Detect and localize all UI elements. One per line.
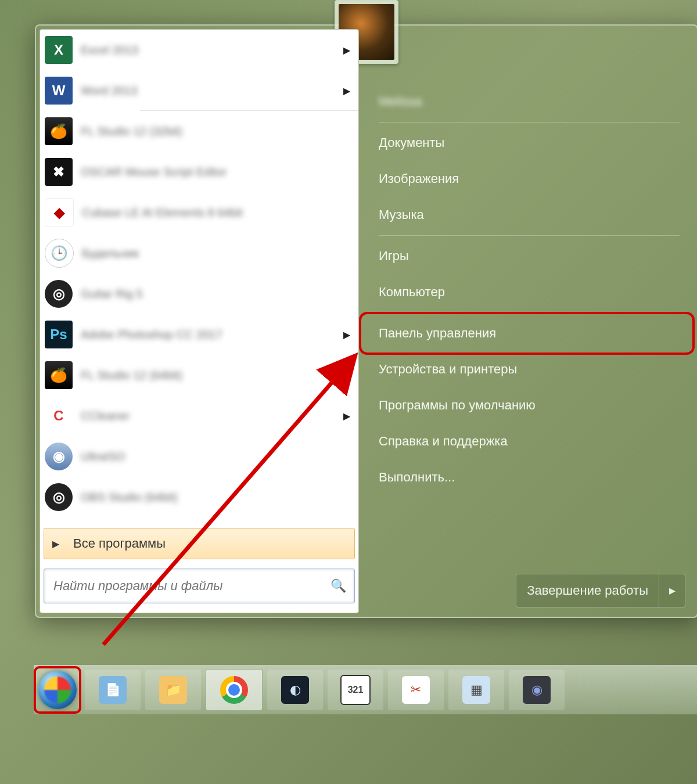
right-panel-item[interactable]: Музыка [367, 197, 691, 233]
taskbar-discord-button[interactable]: ◉ [509, 670, 565, 710]
ps-icon: Ps [45, 321, 73, 348]
recent-programs-list: XExcel 2013▶WWord 2013▶🍊FL Studio 12 (32… [40, 30, 358, 521]
program-label: Будильник [82, 247, 354, 260]
search-input[interactable] [52, 578, 330, 594]
program-label: CCleaner [81, 409, 343, 423]
program-item[interactable]: XExcel 2013▶ [40, 30, 358, 70]
notepad-icon: 📄 [99, 676, 127, 704]
iso-icon: ◉ [45, 443, 73, 470]
program-item[interactable]: ◎Guitar Rig 5 [40, 274, 358, 314]
program-item[interactable]: 🍊FL Studio 12 (32bit) [40, 111, 358, 152]
fl2-icon: 🍊 [45, 361, 73, 389]
submenu-arrow-icon: ▶ [343, 45, 350, 56]
discord-icon: ◉ [523, 676, 551, 704]
chrome-icon [220, 676, 248, 704]
program-label: Excel 2013 [81, 44, 343, 57]
all-programs-label: Все программы [73, 536, 166, 551]
right-panel-item[interactable]: Справка и поддержка [367, 423, 691, 459]
program-label: FL Studio 12 (32bit) [81, 125, 354, 138]
program-label: UltraISO [81, 450, 354, 463]
right-panel-item[interactable]: Игры [367, 238, 691, 274]
divider [379, 235, 680, 236]
taskbar: 📄📁◐321✂▦◉ [34, 665, 697, 714]
taskbar-notepad-button[interactable]: 📄 [85, 670, 141, 710]
program-label: OSCAR Mouse Script Editor [81, 166, 354, 179]
mpc-icon: 321 [340, 675, 371, 705]
shutdown-button[interactable]: Завершение работы ▸ [516, 574, 685, 607]
word-icon: W [45, 77, 73, 105]
program-item[interactable]: 🕒Будильник [40, 233, 358, 274]
start-search-box[interactable]: 🔍 [44, 569, 355, 603]
annotation-highlight-start-button [34, 666, 81, 714]
program-label: Cubase LE AI Elements 8 64bit [82, 206, 354, 220]
clock-icon: 🕒 [45, 239, 74, 268]
shutdown-label: Завершение работы [516, 583, 659, 598]
steam-icon: ◐ [281, 676, 309, 704]
chevron-right-icon: ▶ [52, 538, 59, 549]
guitar-icon: ◎ [45, 280, 73, 308]
start-menu-left-panel: XExcel 2013▶WWord 2013▶🍊FL Studio 12 (32… [39, 29, 359, 613]
right-panel-item[interactable]: Выполнить... [367, 459, 691, 495]
taskbar-steam-button[interactable]: ◐ [267, 670, 323, 710]
cub-icon: ◆ [45, 198, 74, 227]
osc-icon: ✖ [45, 158, 73, 186]
explorer-icon: 📁 [159, 676, 187, 704]
shutdown-options-dropdown[interactable]: ▸ [659, 574, 685, 607]
right-panel-item[interactable]: Изображения [367, 161, 691, 197]
taskbar-explorer-button[interactable]: 📁 [145, 670, 201, 710]
fl-icon: 🍊 [45, 117, 73, 145]
submenu-arrow-icon: ▶ [343, 85, 350, 96]
program-item[interactable]: ◎OBS Studio (64bit) [40, 477, 358, 517]
right-panel-item[interactable]: Устройства и принтеры [367, 351, 691, 387]
program-item[interactable]: ◉UltraISO [40, 436, 358, 477]
annotation-highlight-control-panel [359, 312, 695, 355]
program-item[interactable]: 🍊FL Studio 12 (64bit) [40, 355, 358, 395]
desktop-screen: XExcel 2013▶WWord 2013▶🍊FL Studio 12 (32… [0, 0, 697, 784]
username-label[interactable]: Melissa [367, 84, 691, 120]
program-item[interactable]: PsAdobe Photoshop CC 2017▶ [40, 314, 358, 355]
right-panel-item[interactable]: Компьютер [367, 274, 691, 310]
calc-icon: ▦ [462, 676, 490, 704]
program-label: OBS Studio (64bit) [81, 491, 354, 504]
all-programs-button[interactable]: ▶ Все программы [44, 528, 355, 559]
program-label: Word 2013 [81, 84, 343, 98]
search-icon[interactable]: 🔍 [330, 578, 346, 594]
obs-icon: ◎ [45, 483, 73, 511]
program-label: Guitar Rig 5 [81, 287, 354, 301]
divider [379, 122, 680, 123]
taskbar-chrome-button[interactable] [206, 669, 263, 711]
cc-icon: C [45, 402, 73, 430]
snip-icon: ✂ [402, 676, 430, 704]
program-item[interactable]: WWord 2013▶ [40, 70, 358, 111]
program-item[interactable]: ✖OSCAR Mouse Script Editor [40, 152, 358, 192]
taskbar-mpc-button[interactable]: 321 [328, 670, 383, 710]
program-label: FL Studio 12 (64bit) [81, 369, 354, 382]
program-label: Adobe Photoshop CC 2017 [81, 328, 343, 341]
program-item[interactable]: ◆Cubase LE AI Elements 8 64bit [40, 192, 358, 233]
submenu-arrow-icon: ▶ [343, 329, 350, 340]
right-panel-item[interactable]: Программы по умолчанию [367, 387, 691, 423]
program-item[interactable]: CCCleaner▶ [40, 395, 358, 436]
taskbar-calc-button[interactable]: ▦ [448, 670, 504, 710]
right-panel-item[interactable]: Документы [367, 125, 691, 161]
taskbar-snip-button[interactable]: ✂ [388, 670, 444, 710]
excel-icon: X [45, 36, 73, 64]
submenu-arrow-icon: ▶ [343, 411, 350, 422]
